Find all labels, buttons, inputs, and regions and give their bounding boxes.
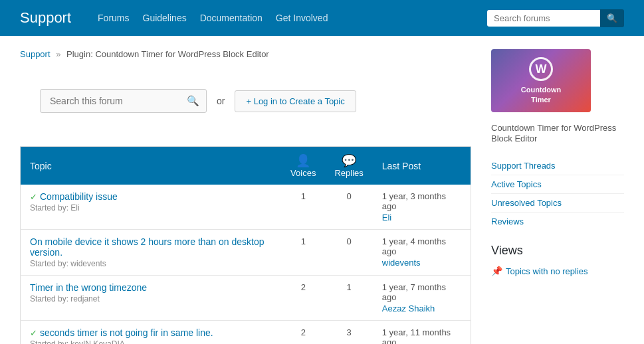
header-search-input[interactable] (487, 10, 600, 27)
wp-logo-circle: W (529, 57, 553, 81)
topic-started-by: Started by: Eli (30, 203, 272, 213)
table-row: Timer in the wrong timezone Started by: … (21, 276, 471, 321)
nav-guidelines[interactable]: Guidelines (143, 13, 187, 23)
topic-last-post: 1 year, 3 months ago Eli (373, 185, 471, 230)
topic-started-by: Started by: kevIN KovaDIA (30, 339, 272, 344)
col-replies: 💬 Replies (325, 147, 372, 185)
col-topic: Topic (21, 147, 282, 185)
plugin-logo: W Countdown Timer (491, 49, 591, 112)
topic-title-link[interactable]: On mobile device it shows 2 hours more t… (30, 236, 265, 258)
topic-voices: 2 (281, 321, 325, 345)
views-heading: Views (491, 244, 624, 258)
sidebar-plugin-name: Countdown Timer for WordPress Block Edit… (491, 122, 624, 143)
main-container: Support » Plugin: Countdown Timer for Wo… (0, 36, 644, 344)
sidebar-unresolved-topics[interactable]: Unresolved Topics (491, 194, 624, 213)
topic-replies: 1 (325, 276, 372, 321)
site-title: Support (20, 9, 71, 27)
topic-title-cell: On mobile device it shows 2 hours more t… (21, 230, 282, 276)
topic-title-link[interactable]: seconds timer is not going fir in same l… (40, 327, 213, 338)
topic-title-cell: ✓Compatibility issue Started by: Eli (21, 185, 282, 230)
sidebar-reviews[interactable]: Reviews (491, 213, 624, 230)
nav-get-involved[interactable]: Get Involved (276, 13, 328, 23)
site-header: Support Forums Guidelines Documentation … (0, 0, 644, 36)
breadcrumb-current: Plugin: Countdown Timer for WordPress Bl… (66, 49, 269, 59)
topic-voices: 1 (281, 230, 325, 276)
sidebar-plugin-full-name: Countdown Timer for WordPress Block Edit… (491, 123, 616, 143)
plugin-logo-label: Countdown Timer (521, 85, 561, 104)
topic-title-cell: Timer in the wrong timezone Started by: … (21, 276, 282, 321)
topic-replies: 0 (325, 185, 372, 230)
breadcrumb-support[interactable]: Support (20, 49, 51, 59)
sidebar-active-topics[interactable]: Active Topics (491, 175, 624, 194)
sidebar-links: Support Threads Active Topics Unresolved… (491, 157, 624, 230)
forum-search-button[interactable]: 🔍 (180, 90, 206, 112)
last-post-user-link[interactable]: Eli (382, 213, 461, 222)
topic-last-post: 1 year, 4 months ago widevents (373, 230, 471, 276)
sidebar-topics-no-replies[interactable]: 📌 Topics with no replies (491, 263, 624, 279)
topics-table: Topic 👤 Voices 💬 Replies Last Post ✓Comp… (20, 146, 471, 344)
header-search-button[interactable]: 🔍 (600, 9, 624, 27)
voices-icon: 👤 (290, 153, 316, 168)
last-post-user-link[interactable]: Aezaz Shaikh (382, 303, 461, 313)
sidebar: W Countdown Timer Countdown Timer for Wo… (491, 49, 624, 344)
forum-search-area: 🔍 or + Log in to Create a Topic (20, 72, 471, 129)
topic-voices: 1 (281, 185, 325, 230)
topic-replies: 3 (325, 321, 372, 345)
resolved-check: ✓ (30, 328, 37, 338)
main-nav: Forums Guidelines Documentation Get Invo… (98, 13, 467, 23)
table-row: On mobile device it shows 2 hours more t… (21, 230, 471, 276)
last-post-user-link[interactable]: widevents (382, 258, 461, 268)
replies-icon: 💬 (334, 153, 363, 168)
topic-last-post: 1 year, 7 months ago Aezaz Shaikh (373, 276, 471, 321)
nav-documentation[interactable]: Documentation (200, 13, 263, 23)
table-row: ✓Compatibility issue Started by: Eli 1 0… (21, 185, 471, 230)
forum-search-or: or (217, 96, 225, 106)
forum-search-box: 🔍 (40, 89, 207, 113)
col-voices: 👤 Voices (281, 147, 325, 185)
col-lastpost: Last Post (373, 147, 471, 185)
breadcrumb-separator: » (56, 49, 60, 59)
login-to-create-button[interactable]: + Log in to Create a Topic (235, 90, 356, 112)
resolved-check: ✓ (30, 192, 37, 202)
topic-started-by: Started by: redjanet (30, 294, 272, 303)
breadcrumb: Support » Plugin: Countdown Timer for Wo… (20, 49, 471, 59)
forum-search-input[interactable] (41, 90, 180, 112)
topic-title-cell: ✓seconds timer is not going fir in same … (21, 321, 282, 345)
topic-last-post: 1 year, 11 months ago Aezaz Shaikh (373, 321, 471, 345)
topic-started-by: Started by: widevents (30, 259, 272, 268)
topic-voices: 2 (281, 276, 325, 321)
main-content: Support » Plugin: Countdown Timer for Wo… (20, 49, 471, 344)
nav-forums[interactable]: Forums (98, 13, 129, 23)
topic-title-link[interactable]: Timer in the wrong timezone (30, 282, 147, 293)
topic-replies: 0 (325, 230, 372, 276)
topic-title-link[interactable]: Compatibility issue (40, 191, 118, 202)
sidebar-support-threads[interactable]: Support Threads (491, 157, 624, 175)
pin-icon: 📌 (491, 266, 502, 276)
table-row: ✓seconds timer is not going fir in same … (21, 321, 471, 345)
header-search-area: 🔍 (487, 9, 624, 27)
